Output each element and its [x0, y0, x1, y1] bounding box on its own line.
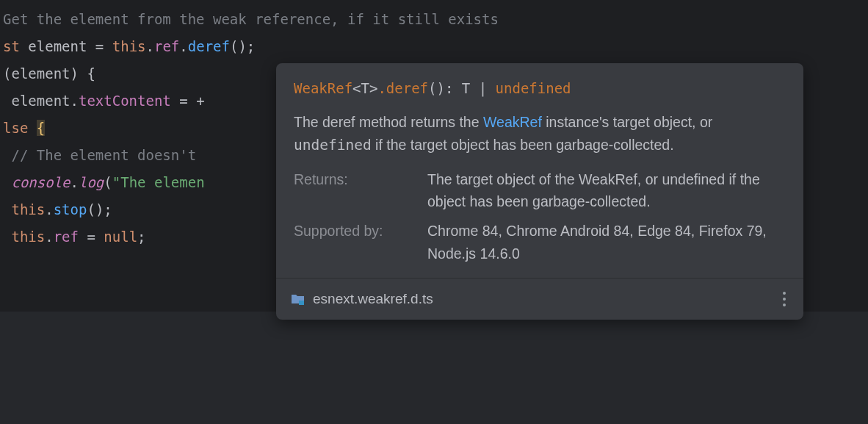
- code-line: st element = this.ref.deref();: [0, 33, 868, 60]
- highlighted-brace: {: [37, 120, 45, 136]
- code-line: Get the element from the weak reference,…: [0, 6, 868, 33]
- source-file-link[interactable]: esnext.weakref.d.ts: [313, 288, 433, 309]
- supported-by-label: Supported by:: [294, 220, 423, 264]
- details-grid: Returns: The target object of the WeakRe…: [276, 168, 803, 278]
- svg-rect-0: [299, 301, 304, 305]
- signature-line: WeakRef<T>.deref(): T | undefined: [276, 78, 803, 111]
- weakref-link[interactable]: WeakRef: [483, 114, 542, 130]
- code-comment: Get the element from the weak reference,…: [3, 11, 499, 27]
- file-icon: [291, 293, 305, 305]
- supported-by-value: Chrome 84, Chrome Android 84, Edge 84, F…: [427, 220, 786, 264]
- description: The deref method returns the WeakRef ins…: [276, 111, 803, 168]
- returns-label: Returns:: [294, 168, 423, 212]
- doc-footer: esnext.weakref.d.ts: [276, 278, 803, 320]
- returns-value: The target object of the WeakRef, or und…: [427, 168, 786, 212]
- more-options-button[interactable]: [775, 287, 793, 311]
- documentation-popup: WeakRef<T>.deref(): T | undefined The de…: [276, 63, 803, 320]
